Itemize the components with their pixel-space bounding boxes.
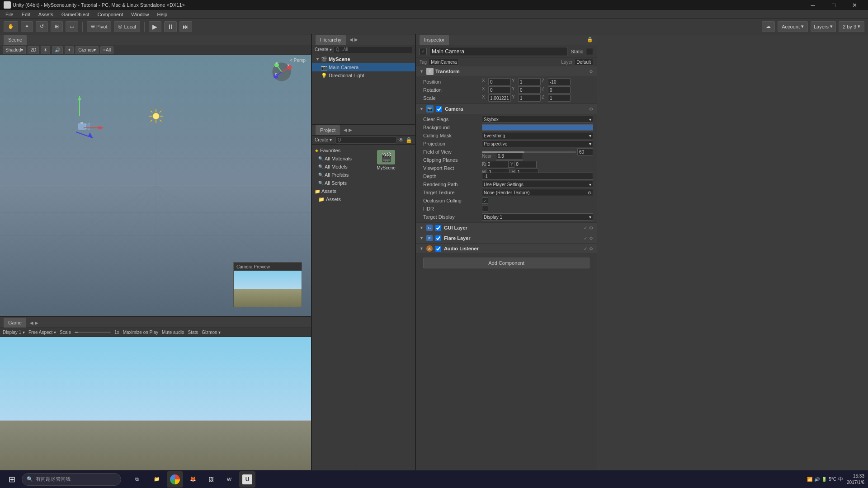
- project-all-models[interactable]: 🔍 All Models: [312, 163, 357, 171]
- tag-dropdown[interactable]: MainCamera: [429, 59, 459, 66]
- flare-layer-enabled-checkbox[interactable]: [435, 235, 441, 241]
- menu-assets[interactable]: Assets: [35, 11, 57, 18]
- account-dropdown[interactable]: Account ▾: [778, 21, 808, 32]
- rendering-path-dropdown[interactable]: Use Player Settings ▾: [482, 181, 593, 188]
- transform-header[interactable]: ▼ T Transform ⚙: [416, 66, 597, 76]
- gizmos-button[interactable]: Gizmos ▾: [75, 46, 99, 54]
- all-layers-button[interactable]: ≡All: [100, 46, 113, 54]
- task-view-button[interactable]: ⧉: [129, 471, 145, 488]
- audio-listener-enabled-checkbox[interactable]: [435, 246, 441, 252]
- vp-y-input[interactable]: [514, 161, 537, 168]
- project-all-prefabs[interactable]: 🔍 All Prefabs: [312, 171, 357, 179]
- local-button[interactable]: ◎ Local: [114, 21, 140, 32]
- layers-dropdown[interactable]: Layers ▾: [811, 21, 836, 32]
- gui-layer-header[interactable]: ▼ G GUI Layer ✓ ⚙: [416, 223, 597, 233]
- rotate-tool-button[interactable]: ↺: [36, 21, 48, 32]
- inspector-lock-icon[interactable]: 🔒: [587, 37, 593, 42]
- aspect-dropdown[interactable]: Free Aspect ▾: [28, 330, 56, 335]
- scale-z-input[interactable]: [548, 94, 571, 102]
- menu-gameobject[interactable]: GameObject: [58, 11, 93, 18]
- step-button[interactable]: ⏭: [179, 21, 192, 32]
- layout-dropdown[interactable]: 2 by 3 ▾: [839, 21, 864, 32]
- scale-slider[interactable]: [75, 332, 111, 333]
- close-button[interactable]: ✕: [844, 0, 864, 10]
- background-color-swatch[interactable]: [482, 124, 593, 131]
- start-button[interactable]: ⊞: [4, 471, 20, 488]
- move-tool-button[interactable]: ✦: [21, 21, 33, 32]
- culling-mask-dropdown[interactable]: Everything ▾: [482, 132, 593, 139]
- inspector-tab[interactable]: Inspector: [420, 35, 449, 45]
- object-name-input[interactable]: [429, 47, 568, 56]
- game-viewport[interactable]: [0, 337, 311, 488]
- rot-x-input[interactable]: [488, 86, 511, 94]
- project-tab[interactable]: Project: [316, 125, 340, 135]
- near-input[interactable]: [496, 152, 523, 160]
- clear-flags-dropdown[interactable]: Skybox ▾: [482, 116, 593, 123]
- pause-button[interactable]: ⏸: [164, 21, 177, 32]
- scale-tool-button[interactable]: ⊞: [51, 21, 63, 32]
- cloud-button[interactable]: ☁: [762, 21, 775, 32]
- taskbar-app-photo[interactable]: 🖼: [203, 471, 219, 488]
- menu-component[interactable]: Component: [94, 11, 127, 18]
- menu-help[interactable]: Help: [153, 11, 171, 18]
- camera-settings-icon[interactable]: ⚙: [589, 107, 593, 112]
- active-toggle[interactable]: ✓: [420, 48, 427, 55]
- scene-tab[interactable]: Scene: [4, 35, 27, 45]
- hierarchy-item-myscene[interactable]: ▼ 🎬 MyScene: [312, 55, 415, 63]
- scale-x-input[interactable]: [488, 94, 511, 102]
- project-create-button[interactable]: Create ▾: [315, 137, 332, 142]
- flare-layer-settings-icon[interactable]: ⚙: [589, 236, 593, 241]
- project-search-input[interactable]: [335, 136, 396, 144]
- hierarchy-create-button[interactable]: Create ▾: [315, 47, 332, 52]
- hierarchy-item-directional-light[interactable]: 💡 Directional Light: [312, 71, 415, 80]
- camera-header[interactable]: ▼ 📷 Camera ⚙: [416, 104, 597, 114]
- maximize-on-play-button[interactable]: Maximize on Play: [123, 330, 158, 335]
- pivot-button[interactable]: ⊕ Pivot: [87, 21, 111, 32]
- scale-y-input[interactable]: [518, 94, 541, 102]
- menu-file[interactable]: File: [2, 11, 17, 18]
- taskbar-app-explorer[interactable]: 📁: [149, 471, 165, 488]
- scene-fx-button[interactable]: ✦: [65, 46, 74, 54]
- project-lock-button[interactable]: 🔒: [406, 137, 412, 143]
- scene-audio-button[interactable]: 🔊: [52, 46, 63, 54]
- hierarchy-item-main-camera[interactable]: 📷 Main Camera: [312, 63, 415, 71]
- project-eye-button[interactable]: 👁: [398, 137, 404, 143]
- pos-x-input[interactable]: [488, 78, 511, 85]
- static-checkbox[interactable]: [586, 48, 593, 55]
- pos-z-input[interactable]: [548, 78, 571, 85]
- taskbar-app-firefox[interactable]: 🦊: [185, 471, 201, 488]
- project-assets-folder[interactable]: 📁 Assets: [312, 195, 357, 203]
- play-button[interactable]: ▶: [149, 21, 161, 32]
- project-all-scripts[interactable]: 🔍 All Scripts: [312, 179, 357, 187]
- occlusion-culling-checkbox[interactable]: [482, 197, 488, 204]
- target-texture-dropdown[interactable]: None (Render Texture) ⊙: [482, 189, 593, 196]
- hand-tool-button[interactable]: ✋: [4, 21, 18, 32]
- taskbar-app-chrome[interactable]: [167, 471, 183, 488]
- mute-audio-button[interactable]: Mute audio: [162, 330, 184, 335]
- audio-listener-settings-icon[interactable]: ⚙: [589, 246, 593, 251]
- layer-dropdown[interactable]: Default: [574, 59, 593, 66]
- transform-settings-icon[interactable]: ⚙: [589, 69, 593, 74]
- target-display-dropdown[interactable]: Display 1 ▾: [482, 213, 593, 221]
- hdr-checkbox[interactable]: [482, 206, 488, 212]
- rot-y-input[interactable]: [518, 86, 541, 94]
- taskbar-app-word[interactable]: W: [221, 471, 237, 488]
- taskbar-search[interactable]: 🔍 有问题尽管问我: [22, 473, 121, 486]
- gui-layer-settings-icon[interactable]: ⚙: [589, 225, 593, 230]
- flare-layer-header[interactable]: ▼ F Flare Layer ✓ ⚙: [416, 233, 597, 243]
- maximize-button[interactable]: □: [824, 0, 844, 10]
- audio-listener-header[interactable]: ▼ A Audio Listener ✓ ⚙: [416, 244, 597, 253]
- myscene-asset[interactable]: 🎬 MyScene: [361, 148, 411, 172]
- rect-tool-button[interactable]: ▭: [66, 21, 78, 32]
- scene-viewport[interactable]: < Persp X Y Z: [0, 55, 311, 316]
- camera-enabled-checkbox[interactable]: [436, 106, 442, 112]
- add-component-button[interactable]: Add Component: [423, 258, 590, 268]
- game-gizmos-button[interactable]: Gizmos ▾: [202, 330, 221, 335]
- project-all-materials[interactable]: 🔍 All Materials: [312, 155, 357, 163]
- menu-edit[interactable]: Edit: [18, 11, 34, 18]
- hierarchy-tab[interactable]: Hierarchy: [316, 35, 346, 45]
- fov-slider-track[interactable]: [482, 151, 576, 153]
- taskbar-app-unity[interactable]: U: [239, 471, 255, 488]
- pos-y-input[interactable]: [518, 78, 541, 85]
- menu-window[interactable]: Window: [127, 11, 152, 18]
